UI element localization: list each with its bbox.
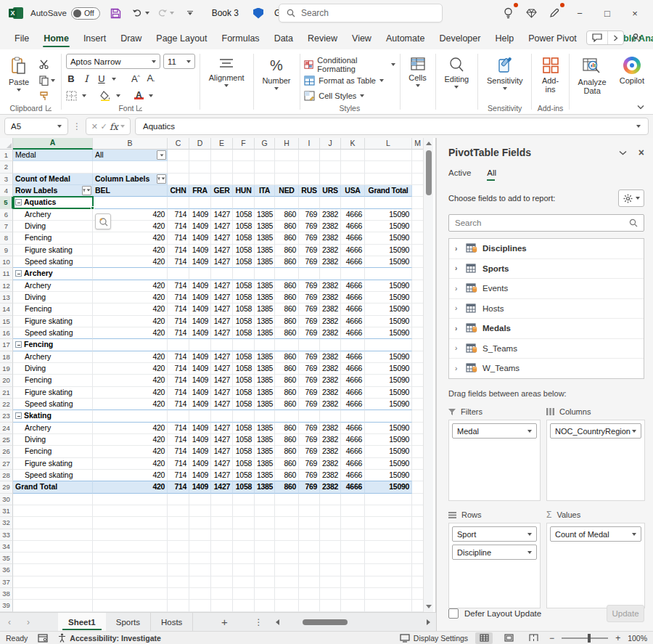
row-header-19[interactable]: 19 <box>0 363 13 375</box>
cell-H23[interactable] <box>275 410 299 422</box>
cell-L28[interactable]: 15090 <box>365 470 412 481</box>
cell-B9[interactable]: 420 <box>93 245 168 256</box>
row-header-6[interactable]: 6 <box>0 209 13 221</box>
cell-E8[interactable]: 1427 <box>211 232 233 244</box>
cell-K34[interactable] <box>341 541 365 553</box>
row-header-3[interactable]: 3 <box>0 174 13 185</box>
cell-D19[interactable]: 1409 <box>189 363 211 375</box>
cell-D34[interactable] <box>189 541 211 553</box>
cell-F25[interactable]: 1058 <box>233 434 255 446</box>
cell-L11[interactable] <box>365 268 412 280</box>
italic-button[interactable]: I <box>81 73 91 84</box>
cell-K26[interactable]: 4666 <box>341 446 365 457</box>
cell-I21[interactable]: 769 <box>299 387 320 399</box>
row-header-11[interactable]: 11 <box>0 268 13 280</box>
cell-D7[interactable]: 1409 <box>189 221 211 232</box>
tab-home[interactable]: Home <box>36 29 76 49</box>
cell-I34[interactable] <box>299 541 320 553</box>
rows-area[interactable]: SportDiscipline <box>448 523 541 608</box>
cell-J14[interactable]: 2382 <box>320 303 341 315</box>
cell-D27[interactable]: 1409 <box>189 458 211 470</box>
cell-K32[interactable] <box>341 517 365 529</box>
cell-D32[interactable] <box>189 517 211 529</box>
cell-E3[interactable] <box>211 174 233 185</box>
cell-M10[interactable] <box>412 256 424 268</box>
cell-B34[interactable] <box>93 541 168 553</box>
cell-A13[interactable]: Diving <box>13 292 93 303</box>
cell-D3[interactable] <box>189 174 211 185</box>
cell-E35[interactable] <box>211 553 233 564</box>
zoom-slider-thumb[interactable] <box>588 634 591 643</box>
cell-K30[interactable] <box>341 494 365 505</box>
cell-L34[interactable] <box>365 541 412 553</box>
font-name-select[interactable]: Aptos Narrow <box>66 54 160 69</box>
cell-L4[interactable]: Grand Total <box>365 185 412 197</box>
cell-H34[interactable] <box>275 541 299 553</box>
cell-K10[interactable]: 4666 <box>341 256 365 268</box>
cell-E2[interactable] <box>211 161 233 173</box>
sheet-options-dots[interactable]: ⋮ <box>251 613 266 631</box>
filters-area[interactable]: Medal <box>448 420 541 501</box>
cell-D30[interactable] <box>189 494 211 505</box>
columns-area[interactable]: NOC_CountryRegion <box>546 420 645 501</box>
cell-F23[interactable] <box>233 410 255 422</box>
cell-C35[interactable] <box>168 553 189 564</box>
cell-I18[interactable]: 769 <box>299 351 320 363</box>
cell-B21[interactable]: 420 <box>93 387 168 399</box>
cell-A20[interactable]: Fencing <box>13 375 93 386</box>
cell-D8[interactable]: 1409 <box>189 232 211 244</box>
confirm-entry-icon[interactable]: ✓ <box>100 122 107 131</box>
cell-J7[interactable]: 2382 <box>320 221 341 232</box>
tab-insert[interactable]: Insert <box>76 29 113 49</box>
field-chip-chevron[interactable] <box>527 533 532 536</box>
cell-C14[interactable]: 714 <box>168 303 189 315</box>
cell-A17[interactable]: Fencing <box>13 339 93 351</box>
cell-B32[interactable] <box>93 517 168 529</box>
cell-C10[interactable]: 714 <box>168 256 189 268</box>
cell-H22[interactable]: 860 <box>275 399 299 410</box>
horizontal-scrollbar[interactable] <box>276 613 436 631</box>
cell-L16[interactable]: 15090 <box>365 327 412 339</box>
cell-E6[interactable]: 1427 <box>211 209 233 221</box>
cell-G30[interactable] <box>255 494 275 505</box>
cell-C26[interactable]: 714 <box>168 446 189 457</box>
cell-M38[interactable] <box>412 588 424 600</box>
cell-M3[interactable] <box>412 174 424 185</box>
cell-G28[interactable]: 1385 <box>255 470 275 481</box>
cell-L31[interactable] <box>365 505 412 517</box>
undo-button[interactable] <box>132 4 149 22</box>
cell-I14[interactable]: 769 <box>299 303 320 315</box>
cell-L23[interactable] <box>365 410 412 422</box>
cell-A23[interactable]: Skating <box>13 410 93 422</box>
font-color-chevron[interactable] <box>149 94 153 97</box>
tab-file[interactable]: File <box>7 29 36 49</box>
zoom-in-button[interactable]: + <box>615 633 620 643</box>
cell-I31[interactable] <box>299 505 320 517</box>
cell-B4[interactable]: BEL <box>93 185 168 197</box>
column-header-I[interactable]: I <box>299 138 320 150</box>
cell-H9[interactable]: 860 <box>275 245 299 256</box>
cell-I29[interactable]: 769 <box>299 481 320 493</box>
cancel-entry-icon[interactable]: ✕ <box>91 122 98 131</box>
cell-K25[interactable]: 4666 <box>341 434 365 446</box>
font-color-button[interactable]: A <box>134 91 144 99</box>
cell-K4[interactable]: USA <box>341 185 365 197</box>
cell-M4[interactable] <box>412 185 424 197</box>
cell-F7[interactable]: 1058 <box>233 221 255 232</box>
cell-M24[interactable] <box>412 423 424 434</box>
cell-F13[interactable]: 1058 <box>233 292 255 303</box>
cell-G24[interactable]: 1385 <box>255 423 275 434</box>
cell-J6[interactable]: 2382 <box>320 209 341 221</box>
cell-C24[interactable]: 714 <box>168 423 189 434</box>
cell-G3[interactable] <box>255 174 275 185</box>
display-settings-button[interactable]: Display Settings <box>400 634 468 643</box>
cell-J2[interactable] <box>320 161 341 173</box>
field-chip-count-of-medal[interactable]: Count of Medal <box>550 526 641 542</box>
cell-H12[interactable]: 860 <box>275 280 299 292</box>
cell-F9[interactable]: 1058 <box>233 245 255 256</box>
cell-H24[interactable]: 860 <box>275 423 299 434</box>
column-header-D[interactable]: D <box>189 138 211 150</box>
cell-M7[interactable] <box>412 221 424 232</box>
cell-C2[interactable] <box>168 161 189 173</box>
cell-L37[interactable] <box>365 576 412 588</box>
